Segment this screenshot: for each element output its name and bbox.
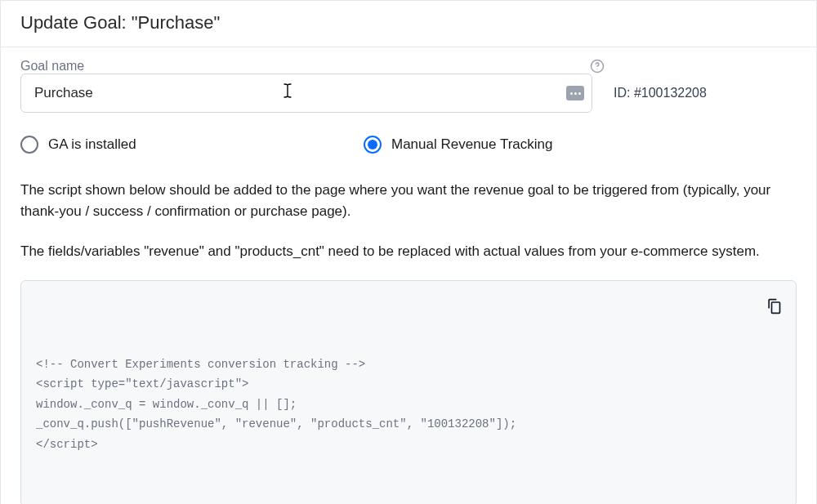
- goal-name-input-wrap: [20, 74, 592, 113]
- ellipsis-icon[interactable]: [566, 86, 584, 100]
- dialog-header: Update Goal: "Purchase": [1, 1, 816, 47]
- radio-ga-installed[interactable]: GA is installed: [20, 136, 364, 154]
- help-icon[interactable]: [590, 59, 605, 74]
- goal-name-input[interactable]: [20, 74, 592, 113]
- radio-unchecked-icon: [20, 136, 38, 154]
- radio-label: GA is installed: [48, 136, 136, 153]
- goal-name-label: Goal name: [20, 59, 84, 74]
- dialog-title: Update Goal: "Purchase": [20, 12, 797, 33]
- svg-point-1: [596, 69, 597, 69]
- code-snippet-text[interactable]: <!-- Convert Experiments conversion trac…: [36, 355, 781, 455]
- update-goal-dialog: Update Goal: "Purchase" Goal name: [0, 0, 817, 504]
- copy-button[interactable]: [763, 291, 784, 312]
- instructions-paragraph-1: The script shown below should be added t…: [20, 180, 797, 223]
- goal-id-text: ID: #100132208: [614, 86, 707, 100]
- instructions-paragraph-2: The fields/variables "revenue" and "prod…: [20, 241, 797, 262]
- copy-icon: [763, 274, 784, 329]
- radio-manual-revenue[interactable]: Manual Revenue Tracking: [364, 136, 553, 154]
- code-snippet-block: <!-- Convert Experiments conversion trac…: [20, 280, 797, 504]
- radio-checked-icon: [364, 136, 382, 154]
- radio-label: Manual Revenue Tracking: [391, 136, 553, 153]
- dialog-body: Goal name ID:: [1, 47, 816, 504]
- tracking-type-group: GA is installed Manual Revenue Tracking: [20, 136, 797, 154]
